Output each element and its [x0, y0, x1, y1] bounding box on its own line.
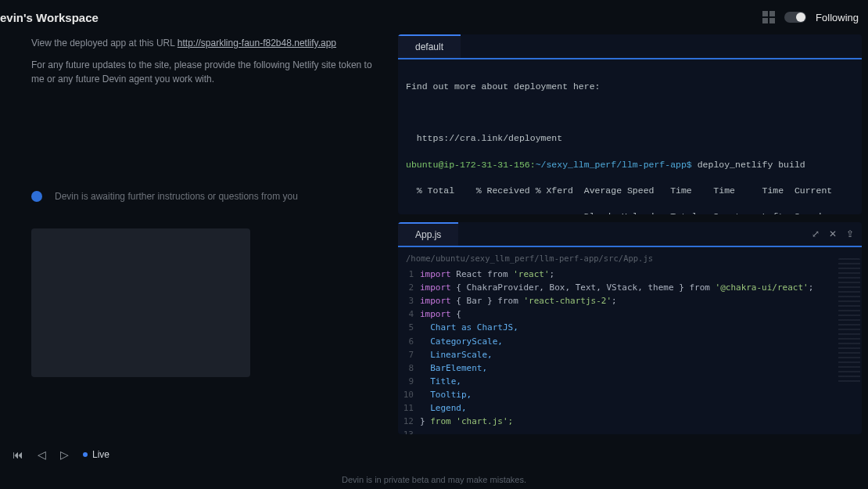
code-line: 7 LinearScale, — [403, 348, 857, 361]
upload-icon[interactable]: ⇪ — [846, 228, 854, 239]
code-line: 10 Tooltip, — [403, 388, 857, 401]
step-back-icon[interactable]: ◁ — [38, 448, 46, 461]
code-line: 9 Title, — [403, 375, 857, 388]
term-line: Find out more about deployment here: — [406, 81, 854, 94]
code-line: 1import React from 'react'; — [403, 268, 857, 281]
deploy-url-link[interactable]: http://sparkling-faun-f82b48.netlify.app — [178, 38, 336, 49]
minimap[interactable] — [838, 258, 860, 383]
live-badge[interactable]: Live — [83, 449, 109, 460]
skip-start-icon[interactable]: ⏮ — [13, 448, 23, 461]
term-line: https://cra.link/deployment — [406, 132, 854, 146]
code-line: 5 Chart as ChartJS, — [403, 321, 857, 334]
code-line: 2import { ChakraProvider, Box, Text, VSt… — [403, 281, 857, 294]
chat-column: View the deployed app at this URL http:/… — [31, 34, 387, 434]
workspace-column: default Find out more about deployment h… — [398, 34, 862, 434]
expand-icon[interactable]: ⤢ — [812, 228, 820, 239]
workspace-title: evin's Workspace — [0, 11, 99, 24]
terminal-tabbar: default — [398, 34, 862, 59]
file-path: /home/ubuntu/sexy_llm_perf/llm-perf-app/… — [403, 250, 857, 268]
following-label: Following — [816, 12, 859, 23]
status-dot-icon — [31, 191, 42, 202]
layout-grid-icon[interactable] — [762, 11, 775, 23]
code-line: 11 Legend, — [403, 401, 857, 415]
code-line: 4import { — [403, 307, 857, 321]
terminal-tab-default[interactable]: default — [398, 34, 461, 58]
preview-thumbnail[interactable] — [31, 228, 250, 377]
header-bar: evin's Workspace Following — [0, 0, 868, 34]
editor-tabbar: App.js ⤢ ✕ ⇪ — [398, 222, 862, 247]
deploy-prefix: View the deployed app at this URL — [31, 38, 178, 49]
agent-status-row: Devin is awaiting further instructions o… — [31, 191, 387, 202]
editor-body[interactable]: /home/ubuntu/sexy_llm_perf/llm-perf-app/… — [398, 247, 862, 434]
agent-status-text: Devin is awaiting further instructions o… — [55, 191, 298, 202]
close-icon[interactable]: ✕ — [829, 228, 837, 239]
live-label: Live — [92, 449, 109, 460]
code-line: 3import { Bar } from 'react-chartjs-2'; — [403, 294, 857, 307]
step-forward-icon[interactable]: ▷ — [60, 448, 69, 461]
term-prompt-line: ubuntu@ip-172-31-31-156:~/sexy_llm_perf/… — [406, 159, 854, 172]
terminal-output[interactable]: Find out more about deployment here: htt… — [398, 59, 862, 214]
editor-tab-actions: ⤢ ✕ ⇪ — [812, 228, 862, 239]
code-line: 6 CategoryScale, — [403, 335, 857, 348]
code-line: 13 — [403, 428, 857, 434]
deploy-message: View the deployed app at this URL http:/… — [31, 34, 387, 86]
instructions-text: For any future updates to the site, plea… — [31, 58, 387, 86]
editor-tab-appjs[interactable]: App.js — [398, 222, 458, 246]
editor-panel: App.js ⤢ ✕ ⇪ /home/ubuntu/sexy_llm_perf/… — [398, 222, 862, 434]
code-line: 12} from 'chart.js'; — [403, 415, 857, 428]
live-dot-icon — [83, 452, 88, 457]
disclaimer-text: Devin is in private beta and may make mi… — [0, 475, 868, 489]
term-line: % Total % Received % Xferd Average Speed… — [406, 185, 854, 198]
playback-footer: ⏮ ◁ ▷ Live — [0, 434, 868, 475]
term-line: Dload Upload Total Spent Left Speed — [406, 210, 854, 214]
following-toggle[interactable] — [784, 12, 806, 23]
code-line: 8 BarElement, — [403, 361, 857, 375]
header-right: Following — [762, 11, 859, 23]
terminal-panel: default Find out more about deployment h… — [398, 34, 862, 214]
